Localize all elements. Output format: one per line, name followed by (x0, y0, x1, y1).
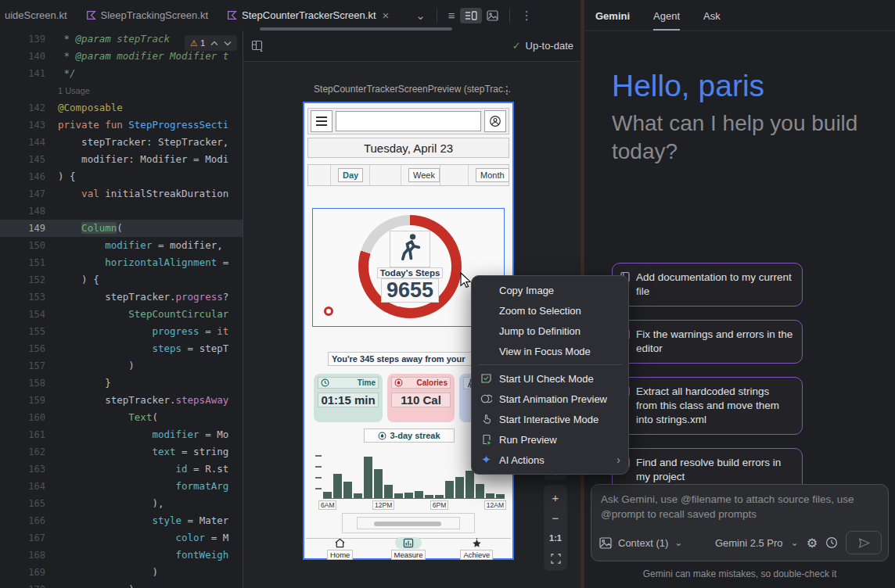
code-line[interactable]: 142@Composable (0, 99, 243, 117)
menu-item-jump-to-definition[interactable]: Jump to Definition (472, 321, 628, 341)
bar-chart-icon (403, 538, 414, 548)
attach-image-icon[interactable] (599, 537, 612, 549)
tab-month[interactable]: Month (476, 168, 509, 182)
menu-item-start-ui-check-mode[interactable]: Start UI Check Mode (472, 368, 628, 389)
nav-achieve[interactable]: Achieve (453, 537, 500, 560)
code-line[interactable]: 167 color = M (0, 529, 243, 547)
code-line[interactable]: 150 modifier = modifier, (0, 237, 243, 254)
menu-item-start-interactive-mode[interactable]: Start Interactive Mode (472, 409, 628, 429)
code-line[interactable]: 162 text = string (0, 443, 243, 461)
code-line[interactable]: 161 modifier = Mo (0, 426, 243, 443)
nav-home[interactable]: Home (317, 537, 364, 560)
code-line[interactable]: 165 ), (0, 495, 243, 512)
preview-kebab-icon[interactable]: ⋮ (501, 84, 512, 96)
nav-measure[interactable]: Measure (385, 537, 432, 560)
account-icon[interactable] (484, 110, 506, 132)
model-chevron-down-icon[interactable]: ⌄ (791, 537, 799, 548)
tab-label: StepCounterTrackerScreen.kt (242, 9, 376, 21)
zoom-to-fit-button[interactable] (544, 549, 567, 568)
menu-separator (478, 364, 622, 365)
history-clock-icon[interactable] (825, 536, 838, 549)
tab-week[interactable]: Week (408, 168, 440, 182)
nav-achieve-label: Achieve (460, 550, 493, 560)
tab-guidescreen[interactable]: uideScreen.kt (0, 0, 77, 30)
suggestion-card-fix-warnings[interactable]: Fix the warnings and errors in the edito… (612, 320, 803, 364)
settings-gear-icon[interactable]: ⚙ (807, 536, 818, 550)
code-line[interactable]: 148 (0, 203, 243, 220)
tab-agent[interactable]: Agent (653, 10, 680, 30)
code-line[interactable]: 170 ) (0, 581, 243, 588)
code-line[interactable]: 152 ) { (0, 271, 243, 289)
next-warning-chevron-down-icon[interactable] (224, 41, 232, 46)
search-input[interactable] (336, 111, 481, 131)
menu-item-start-animation-preview[interactable]: Start Animation Preview (472, 389, 628, 409)
tab-label: uideScreen.kt (5, 9, 67, 21)
tab-ask[interactable]: Ask (703, 10, 721, 30)
code-line[interactable]: 159 stepTracker.stepsAway (0, 392, 243, 409)
code-line[interactable]: 154 StepCountCircular (0, 306, 243, 323)
tab-stepcountertrackerscreen[interactable]: StepCounterTrackerScreen.kt × (217, 0, 400, 30)
tab-sleeptrackingscreen[interactable]: SleepTrackingScreen.kt (77, 0, 218, 30)
menu-item-ai-actions[interactable]: ✦ AI Actions › (472, 450, 628, 470)
prev-warning-chevron-up-icon[interactable] (210, 41, 218, 46)
code-line[interactable]: 151 horizontalAlignment = (0, 254, 243, 271)
zoom-out-button[interactable]: − (544, 508, 567, 527)
code-line[interactable]: 164 formatArg (0, 478, 243, 495)
code-line[interactable]: 1 Usage (0, 82, 243, 99)
code-line[interactable]: 153 stepTracker.progress? (0, 289, 243, 306)
line-number: 149 (0, 220, 58, 237)
gemini-greeting: Hello, paris (612, 69, 764, 103)
tab-day[interactable]: Day (338, 168, 363, 182)
menu-item-view-in-focus-mode[interactable]: View in Focus Mode (472, 341, 628, 361)
context-chip[interactable]: Context (1) (618, 537, 668, 549)
model-selector[interactable]: Gemini 2.5 Pro (715, 537, 783, 549)
tab-list-chevron-down-icon[interactable]: ⌄ (411, 6, 430, 25)
warning-count: 1 (200, 38, 205, 48)
chart-bar (394, 493, 403, 498)
send-button[interactable] (846, 531, 882, 554)
code-view-icon[interactable]: ≡ (444, 6, 460, 24)
suggestion-card-add-docs[interactable]: Add documentation to my current file (612, 263, 803, 307)
menu-item-run-preview[interactable]: Run Preview (472, 429, 628, 450)
code-line[interactable]: 155 progress = it (0, 323, 243, 340)
code-line[interactable]: 168 fontWeigh (0, 547, 243, 564)
suggestion-card-extract-strings[interactable]: Extract all hardcoded strings from this … (612, 377, 803, 435)
code-line[interactable]: 169 ) (0, 564, 243, 581)
code-line[interactable]: 146) { (0, 168, 243, 185)
menu-item-zoom-to-selection[interactable]: Zoom to Selection (472, 300, 628, 321)
line-number: 146 (0, 168, 58, 185)
code-line[interactable]: 166 style = Mater (0, 512, 243, 529)
code-line[interactable]: 156 steps = stepT (0, 340, 243, 357)
code-line[interactable]: 143private fun StepProgressSecti (0, 117, 243, 134)
menu-hamburger-icon[interactable] (311, 110, 332, 132)
line-number (0, 82, 58, 99)
chart-bar (323, 492, 332, 498)
zoom-in-button[interactable]: + (544, 488, 567, 507)
split-view-icon[interactable] (460, 8, 482, 23)
code-line[interactable]: 147 val initialStreakDuration (0, 185, 243, 203)
preview-layout-icon[interactable] (251, 40, 264, 52)
zoom-1to1-button[interactable]: 1:1 (544, 529, 567, 547)
calories-card[interactable]: Calories 110 Cal (387, 374, 455, 422)
context-chevron-down-icon[interactable]: ⌄ (674, 537, 682, 548)
code-line[interactable]: 144 stepTracker: StepTracker, (0, 134, 243, 151)
time-card[interactable]: Time 01:15 min (314, 374, 383, 422)
code-line[interactable]: 158 } (0, 375, 243, 392)
code-line[interactable]: 160 Text( (0, 409, 243, 426)
code-line[interactable]: 157 ) (0, 357, 243, 375)
steps-away-text: You're 345 steps away from your (328, 352, 489, 366)
design-view-icon[interactable] (482, 8, 503, 23)
code-editor[interactable]: 139 * @param stepTrack140 * @param modif… (0, 30, 243, 588)
menu-item-copy-image[interactable]: Copy Image (472, 280, 628, 300)
close-icon[interactable]: × (381, 9, 391, 21)
inspection-widget[interactable]: ⚠ 1 (185, 35, 237, 51)
code-line[interactable]: 149 Column( (0, 220, 243, 237)
clock-icon (321, 378, 329, 387)
preview-title[interactable]: StepCounterTrackerScreenPreview (stepTra… (243, 84, 581, 95)
more-options-kebab-icon[interactable]: ⋮ (516, 6, 537, 25)
code-line[interactable]: 163 id = R.st (0, 461, 243, 478)
gemini-panel: Gemini Agent Ask Hello, paris What can I… (584, 0, 895, 588)
gemini-prompt-input[interactable]: Ask Gemini, use @filename to attach sour… (591, 484, 889, 561)
code-line[interactable]: 141 */ (0, 65, 243, 82)
code-line[interactable]: 145 modifier: Modifier = Modi (0, 151, 243, 168)
